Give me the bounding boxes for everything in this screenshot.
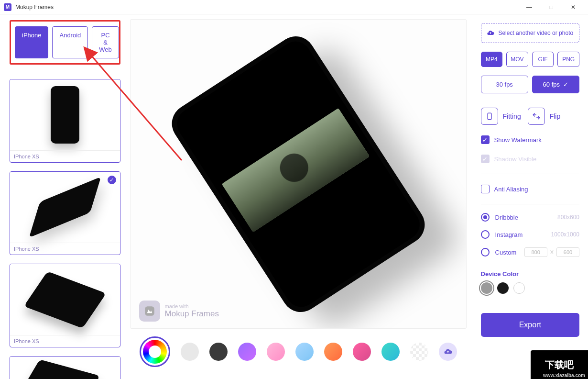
color-swatch[interactable] [381,343,400,361]
checkbox-checked-icon: ✓ [481,135,490,144]
watermark-badge: made with Mokup Frames [139,301,219,322]
preset-instagram[interactable]: Instagram 1000x1000 [481,230,579,239]
maximize-button[interactable]: □ [540,0,562,14]
color-swatch[interactable] [353,343,371,361]
preset-custom[interactable]: Custom 800 X 600 [481,247,579,257]
background-color-row [130,329,467,374]
watermark-line2: Mokup Frames [165,309,219,318]
phone-flat-icon [19,359,100,379]
settings-panel: Select another video or photo MP4 MOV GI… [472,14,588,379]
preset-dribbble[interactable]: Dribbble 800x600 [481,213,579,222]
select-media-label: Select another video or photo [498,30,573,36]
checkbox-checked-icon: ✓ [481,155,490,163]
radio-selected-icon [481,213,490,222]
upload-background-button[interactable] [439,343,457,361]
custom-height-input[interactable]: 600 [556,247,579,257]
flip-button[interactable]: Flip [528,108,561,125]
flip-icon [532,112,541,121]
divider [481,204,579,204]
thumb-label: IPhone XS [10,335,120,347]
minimize-button[interactable]: — [518,0,540,14]
color-swatch[interactable] [267,343,285,361]
fps-row: 30 fps 60 fps ✓ [481,76,579,93]
color-swatch[interactable] [324,343,342,361]
tab-android[interactable]: Android [52,26,88,58]
color-swatch[interactable] [238,343,256,361]
phone-front-icon [51,86,79,144]
fps-30[interactable]: 30 fps [481,76,528,93]
app-icon: M [4,3,11,11]
platform-tabs-highlight: iPhone Android PC & Web [10,20,120,65]
radio-icon [481,230,490,239]
transform-row: Fitting Flip [481,108,579,125]
device-color-black[interactable] [497,282,509,294]
device-color-white[interactable] [513,282,525,294]
radio-icon [481,248,490,256]
device-color-gray[interactable] [481,282,492,294]
tab-iphone[interactable]: iPhone [15,26,48,58]
divider [481,174,579,174]
phone-angle-icon [29,177,101,238]
format-mov[interactable]: MOV [506,52,528,67]
format-row: MP4 MOV GIF PNG [481,52,579,67]
device-thumb[interactable]: ✓ IPhone XS [10,171,120,255]
device-color-title: Device Color [481,270,579,278]
format-png[interactable]: PNG [557,52,579,67]
show-watermark-checkbox[interactable]: ✓ Show Watermark [481,135,579,144]
custom-width-input[interactable]: 800 [524,247,547,257]
cloud-upload-icon [444,347,452,356]
fitting-icon [485,112,494,121]
download-site-badge: 下载吧 www.xiazaiba.com [531,350,588,379]
window-controls: — □ ✕ [518,0,584,14]
shadow-visible-checkbox: ✓ Shadow Visible [481,155,579,163]
fps-60[interactable]: 60 fps ✓ [532,76,579,93]
sidebar: iPhone Android PC & Web IPhone XS ✓ IPho… [0,14,130,379]
select-media-button[interactable]: Select another video or photo [481,23,579,43]
preview-screen-content [221,108,370,232]
color-swatch-transparent[interactable] [410,343,428,361]
format-gif[interactable]: GIF [532,52,554,67]
format-mp4[interactable]: MP4 [481,52,503,67]
close-button[interactable]: ✕ [562,0,584,14]
thumb-label: IPhone XS [10,243,120,255]
anti-aliasing-checkbox[interactable]: Anti Aliasing [481,185,579,193]
device-thumb[interactable] [10,356,120,379]
export-button[interactable]: Export [481,313,579,337]
device-thumb-list: IPhone XS ✓ IPhone XS IPhone XS [10,79,120,379]
cloud-upload-icon [487,29,494,37]
watermark-logo-icon [139,301,160,322]
color-swatch[interactable] [209,343,228,361]
watermark-line1: made with [165,303,219,309]
canvas-area: made with Mokup Frames [130,14,472,379]
fitting-button[interactable]: Fitting [481,108,521,125]
device-color-row [481,282,579,294]
titlebar: M Mokup Frames — □ ✕ [0,0,588,14]
color-swatch[interactable] [181,343,199,361]
svg-rect-1 [488,113,491,120]
svg-rect-0 [145,306,154,316]
phone-flat-icon [23,271,106,328]
thumb-label: IPhone XS [10,150,120,162]
device-thumb[interactable]: IPhone XS [10,79,120,163]
selected-check-icon: ✓ [108,176,116,184]
color-swatch[interactable] [295,343,314,361]
device-thumb[interactable]: IPhone XS [10,264,120,347]
preview-canvas[interactable]: made with Mokup Frames [130,19,467,329]
color-wheel-picker[interactable] [140,336,170,367]
app-title: Mokup Frames [15,4,54,11]
tab-pcweb[interactable]: PC & Web [92,26,119,58]
checkbox-icon [481,185,490,193]
preview-device [164,29,432,319]
